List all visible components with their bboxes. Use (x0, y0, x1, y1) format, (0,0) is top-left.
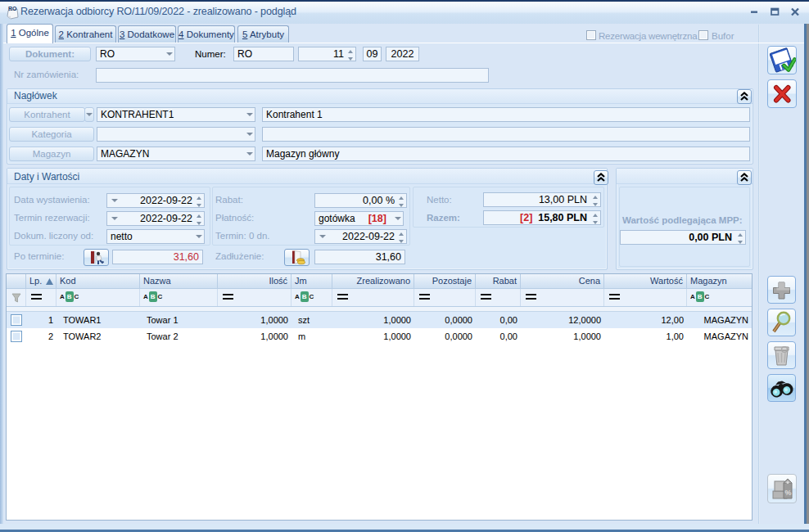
svg-text:RO: RO (8, 6, 17, 11)
svg-text:%: % (785, 489, 792, 497)
